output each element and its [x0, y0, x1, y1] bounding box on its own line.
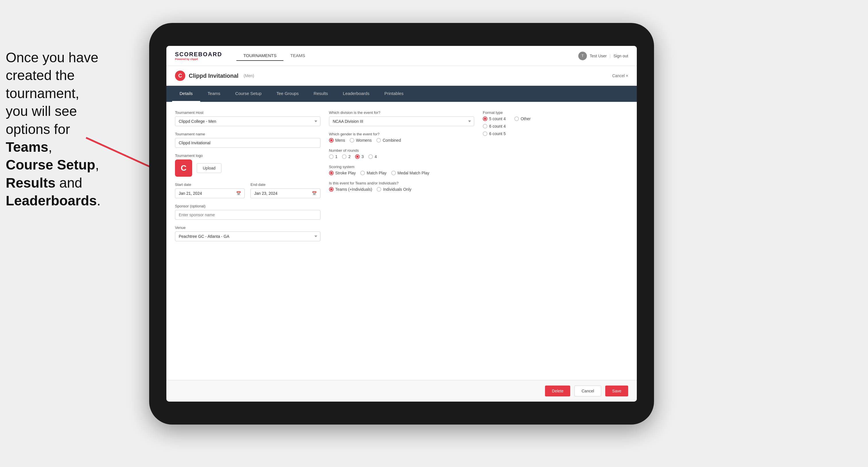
tab-printables[interactable]: Printables — [377, 86, 411, 102]
name-label: Tournament name — [175, 132, 320, 136]
team-teams-radio[interactable] — [329, 187, 334, 192]
footer-cancel-button[interactable]: Cancel — [574, 385, 601, 397]
gender-label: Which gender is the event for? — [329, 132, 474, 136]
logo-label: Tournament logo — [175, 153, 320, 158]
end-date-label: End date — [250, 182, 320, 187]
rounds-group: Number of rounds 1 2 — [329, 148, 474, 159]
sponsor-label: Sponsor (optional) — [175, 204, 320, 208]
top-nav: SCOREBOARD Powered by clippd TOURNAMENTS… — [166, 46, 637, 66]
gender-combined[interactable]: Combined — [376, 138, 401, 143]
tab-teams[interactable]: Teams — [200, 86, 228, 102]
scoring-stroke-radio[interactable] — [329, 171, 334, 175]
end-date-input[interactable]: Jan 23, 2024 📅 — [250, 188, 320, 198]
venue-label: Venue — [175, 225, 320, 230]
format-6count4-radio[interactable] — [483, 124, 487, 128]
format-6count4[interactable]: 6 count 4 — [483, 124, 628, 128]
team-individuals[interactable]: Individuals Only — [377, 187, 411, 192]
format-label: Format type — [483, 111, 628, 115]
team-teams[interactable]: Teams (+Individuals) — [329, 187, 372, 192]
name-group: Tournament name — [175, 132, 320, 148]
gender-womens-radio[interactable] — [350, 138, 354, 143]
logo-preview: C — [175, 159, 192, 177]
tab-details[interactable]: Details — [172, 86, 200, 102]
nav-teams[interactable]: TEAMS — [283, 51, 312, 61]
host-group: Tournament Host Clippd College - Men — [175, 111, 320, 126]
tablet-frame: SCOREBOARD Powered by clippd TOURNAMENTS… — [149, 23, 654, 425]
rounds-1[interactable]: 1 — [329, 154, 338, 159]
delete-button[interactable]: Delete — [545, 385, 570, 397]
scoring-stroke[interactable]: Stroke Play — [329, 171, 356, 175]
rounds-3-radio[interactable] — [355, 154, 360, 159]
scoring-medal-radio[interactable] — [391, 171, 396, 175]
save-button[interactable]: Save — [605, 385, 628, 397]
division-select[interactable]: NCAA Division III — [329, 117, 474, 126]
cancel-button[interactable]: Cancel × — [612, 73, 628, 78]
logo-sub: Powered by clippd — [175, 58, 222, 61]
start-date-label: Start date — [175, 182, 245, 187]
format-other[interactable]: Other — [514, 117, 531, 121]
rounds-3[interactable]: 3 — [355, 154, 364, 159]
instruction-text: Once you have created the tournament, yo… — [0, 43, 123, 216]
gender-mens-radio[interactable] — [329, 138, 334, 143]
upload-button[interactable]: Upload — [197, 163, 221, 173]
sponsor-input[interactable] — [175, 210, 320, 220]
tournament-icon: C — [175, 70, 185, 81]
tab-course-setup[interactable]: Course Setup — [228, 86, 269, 102]
rounds-label: Number of rounds — [329, 148, 474, 153]
rounds-4[interactable]: 4 — [368, 154, 377, 159]
host-select[interactable]: Clippd College - Men — [175, 117, 320, 126]
user-label: Test User — [590, 54, 607, 58]
logo-area: SCOREBOARD Powered by clippd — [175, 51, 222, 61]
start-date-input[interactable]: Jan 21, 2024 📅 — [175, 188, 245, 198]
venue-group: Venue Peachtree GC - Atlanta - GA — [175, 225, 320, 241]
nav-tournaments[interactable]: TOURNAMENTS — [236, 51, 283, 61]
format-5count4[interactable]: 5 count 4 — [483, 117, 506, 121]
format-other-radio[interactable] — [514, 117, 519, 121]
start-date-group: Start date Jan 21, 2024 📅 — [175, 182, 245, 198]
format-6count5[interactable]: 6 count 5 — [483, 131, 628, 136]
team-group: Is this event for Teams and/or Individua… — [329, 181, 474, 192]
venue-select[interactable]: Peachtree GC - Atlanta - GA — [175, 231, 320, 241]
scoring-medal[interactable]: Medal Match Play — [391, 171, 429, 175]
name-input[interactable] — [175, 138, 320, 148]
tournament-title-row: C Clippd Invitational (Men) — [175, 70, 254, 81]
scoring-match[interactable]: Match Play — [360, 171, 386, 175]
team-options: Teams (+Individuals) Individuals Only — [329, 187, 474, 192]
gender-combined-radio[interactable] — [376, 138, 381, 143]
team-individuals-radio[interactable] — [377, 187, 381, 192]
tournament-header: C Clippd Invitational (Men) Cancel × — [166, 66, 637, 86]
format-group: Format type 5 count 4 Other — [483, 111, 628, 136]
gender-mens[interactable]: Mens — [329, 138, 345, 143]
sponsor-group: Sponsor (optional) — [175, 204, 320, 220]
tournament-subtitle: (Men) — [244, 73, 254, 78]
form-col2: Which division is the event for? NCAA Di… — [329, 111, 474, 241]
division-label: Which division is the event for? — [329, 111, 474, 115]
tab-results[interactable]: Results — [306, 86, 335, 102]
gender-womens[interactable]: Womens — [350, 138, 372, 143]
logo-title: SCOREBOARD — [175, 51, 222, 58]
sign-out-link[interactable]: Sign out — [614, 54, 628, 58]
scoring-options: Stroke Play Match Play Medal Match Play — [329, 171, 474, 175]
main-content: Tournament Host Clippd College - Men Tou… — [166, 102, 637, 380]
nav-links: TOURNAMENTS TEAMS — [236, 51, 312, 61]
nav-right: T Test User | Sign out — [578, 52, 628, 60]
rounds-4-radio[interactable] — [368, 154, 373, 159]
tablet-screen: SCOREBOARD Powered by clippd TOURNAMENTS… — [166, 46, 637, 402]
scoring-group: Scoring system Stroke Play Match Play — [329, 165, 474, 175]
tabs-bar: Details Teams Course Setup Tee Groups Re… — [166, 86, 637, 102]
form-col3: Format type 5 count 4 Other — [483, 111, 628, 241]
tab-tee-groups[interactable]: Tee Groups — [269, 86, 306, 102]
format-6count5-radio[interactable] — [483, 131, 487, 136]
rounds-2[interactable]: 2 — [342, 154, 350, 159]
footer-bar: Delete Cancel Save — [166, 380, 637, 402]
gender-options: Mens Womens Combined — [329, 138, 474, 143]
rounds-2-radio[interactable] — [342, 154, 346, 159]
rounds-1-radio[interactable] — [329, 154, 334, 159]
scoring-match-radio[interactable] — [360, 171, 365, 175]
format-5count4-radio[interactable] — [483, 117, 487, 121]
rounds-options: 1 2 3 4 — [329, 154, 474, 159]
avatar: T — [578, 52, 587, 60]
format-options: 5 count 4 Other 6 count 4 — [483, 117, 628, 136]
tab-leaderboards[interactable]: Leaderboards — [335, 86, 377, 102]
calendar-icon-2: 📅 — [312, 191, 317, 196]
